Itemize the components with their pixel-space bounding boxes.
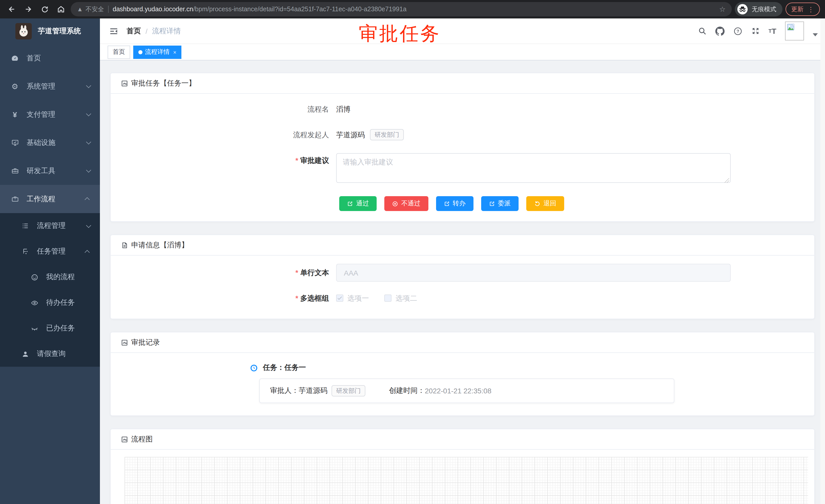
github-icon[interactable]	[715, 26, 724, 35]
required-asterisk: *	[295, 294, 298, 302]
update-button[interactable]: 更新 ⋮	[785, 3, 820, 16]
sidebar-item-label: 研发工具	[27, 166, 86, 175]
approver-label: 审批人：	[270, 386, 299, 396]
fullscreen-icon[interactable]	[751, 27, 760, 35]
app-title: 芋道管理系统	[38, 27, 81, 36]
reload-icon[interactable]	[38, 3, 51, 16]
checkbox-label: 选项一	[348, 293, 369, 303]
font-size-icon[interactable]: TT	[768, 27, 776, 35]
field-label: *单行文本	[111, 264, 336, 282]
url-host: dashboard.yudao.iocoder.cn	[113, 6, 193, 13]
sidebar-item-home[interactable]: 首页	[0, 44, 100, 72]
undo-icon	[534, 200, 540, 207]
picture-icon	[121, 436, 128, 443]
approver-name: 芋道源码	[299, 386, 327, 396]
forward-icon[interactable]	[21, 3, 35, 16]
chevron-down-icon	[86, 223, 91, 228]
sidebar-item-leave-query[interactable]: 请假查询	[0, 341, 100, 367]
sidebar-item-workflow[interactable]: 工作流程	[0, 185, 100, 213]
url-bar[interactable]: ▲ 不安全 dashboard.yudao.iocoder.cn/bpm/pro…	[71, 2, 732, 16]
close-icon[interactable]: ×	[173, 49, 176, 55]
single-line-input[interactable]	[336, 264, 731, 282]
top-navbar: 首页 / 流程详情 审批任务 ?	[100, 18, 825, 44]
sidebar-item-label: 系统管理	[27, 82, 86, 91]
avatar[interactable]	[785, 21, 804, 40]
chevron-down-icon	[86, 167, 91, 173]
card-header: 审批记录	[111, 332, 814, 353]
approve-button[interactable]: 通过	[339, 196, 377, 211]
timeline-item: 任务：任务一	[111, 363, 814, 372]
back-icon[interactable]	[5, 3, 18, 16]
tree-icon	[20, 247, 30, 256]
suggestion-textarea[interactable]	[336, 153, 731, 183]
approval-record-card: 审批记录 任务：任务一 审批人： 芋道源码 研发部门 创建时间：	[110, 332, 815, 416]
active-dot	[138, 50, 142, 54]
sidebar-item-devtools[interactable]: 研发工具	[0, 157, 100, 185]
list-icon	[20, 221, 30, 231]
return-button[interactable]: 退回	[526, 196, 564, 211]
action-buttons: 通过 不通过 转办 委	[111, 196, 814, 211]
sidebar: 芋道管理系统 首页 ⚙ 系统管理 ¥ 支付管理	[0, 18, 100, 504]
circle-close-icon	[392, 200, 398, 207]
bookmark-star-icon[interactable]: ☆	[719, 5, 726, 13]
chevron-down-icon	[86, 111, 91, 116]
workflow-submenu: 流程管理 任务管理 我的流程	[0, 213, 100, 367]
browser-menu-icon[interactable]: ⋮	[808, 5, 814, 13]
sidebar-item-pay[interactable]: ¥ 支付管理	[0, 100, 100, 129]
sidebar-item-my-process[interactable]: 我的流程	[0, 264, 100, 290]
help-icon[interactable]: ?	[733, 26, 742, 35]
apply-info-card: 申请信息【滔博】 *单行文本 *多选框组 选项一	[110, 235, 815, 319]
warning-icon: ▲	[77, 6, 83, 13]
face-icon	[30, 272, 39, 282]
sidebar-item-label: 工作流程	[27, 194, 86, 203]
home-icon[interactable]	[54, 3, 68, 16]
resize-grip[interactable]	[725, 178, 729, 183]
card-title: 审批任务【任务一】	[131, 79, 196, 88]
incognito-label: 无痕模式	[752, 5, 776, 14]
checkbox-option-2[interactable]: 选项二	[384, 293, 417, 303]
created-label: 创建时间：	[389, 386, 425, 396]
reject-button[interactable]: 不通过	[384, 196, 428, 211]
annotation-text: 审批任务	[359, 21, 441, 47]
sidebar-item-label: 首页	[27, 54, 92, 63]
eye-icon	[30, 298, 39, 307]
card-title: 流程图	[131, 435, 153, 444]
card-header: 审批任务【任务一】	[111, 73, 814, 94]
caret-down-icon[interactable]	[813, 33, 818, 36]
tab-process-detail[interactable]: 流程详情 ×	[133, 45, 182, 59]
picture-icon	[121, 80, 128, 87]
search-icon[interactable]	[698, 27, 706, 35]
tab-home[interactable]: 首页	[107, 45, 130, 59]
sidebar-item-process-mgmt[interactable]: 流程管理	[0, 213, 100, 239]
url-text[interactable]: dashboard.yudao.iocoder.cn/bpm/process-i…	[113, 6, 715, 13]
eye-closed-icon	[30, 324, 39, 333]
site-security[interactable]: ▲ 不安全	[77, 5, 104, 14]
user-icon	[20, 349, 30, 358]
sidebar-item-label: 我的流程	[46, 272, 92, 282]
required-asterisk: *	[295, 156, 298, 164]
svg-text:?: ?	[736, 28, 739, 33]
breadcrumb-home[interactable]: 首页	[127, 26, 141, 35]
checkbox-option-1[interactable]: 选项一	[336, 293, 369, 303]
initiator-value: 芋道源码	[336, 128, 365, 142]
bpmn-canvas[interactable]	[125, 457, 808, 504]
approval-task-card: 审批任务【任务一】 流程名 滔博 流程发起人 芋道源码 研发部门	[110, 73, 815, 222]
clock-icon	[250, 364, 258, 371]
sidebar-fold-icon[interactable]	[105, 22, 123, 40]
sidebar-item-done-tasks[interactable]: 已办任务	[0, 316, 100, 341]
created-time: 2022-01-21 22:35:08	[425, 387, 492, 395]
app-logo-row[interactable]: 芋道管理系统	[0, 18, 100, 44]
card-header: 申请信息【滔博】	[111, 235, 814, 256]
url-path: /bpm/process-instance/detail?id=54aa251f…	[193, 6, 406, 13]
sidebar-item-system[interactable]: ⚙ 系统管理	[0, 72, 100, 100]
initiator-row: 流程发起人 芋道源码 研发部门	[111, 128, 814, 142]
dept-tag: 研发部门	[331, 385, 365, 397]
delegate-button[interactable]: 委派	[481, 196, 518, 211]
transfer-button[interactable]: 转办	[436, 196, 473, 211]
breadcrumb-current: 流程详情	[152, 26, 181, 35]
sidebar-item-todo-tasks[interactable]: 待办任务	[0, 290, 100, 316]
scrollbar-track[interactable]	[820, 18, 825, 504]
sidebar-item-label: 流程管理	[37, 221, 86, 231]
sidebar-item-infra[interactable]: 基础设施	[0, 129, 100, 157]
sidebar-item-task-mgmt[interactable]: 任务管理	[0, 239, 100, 264]
